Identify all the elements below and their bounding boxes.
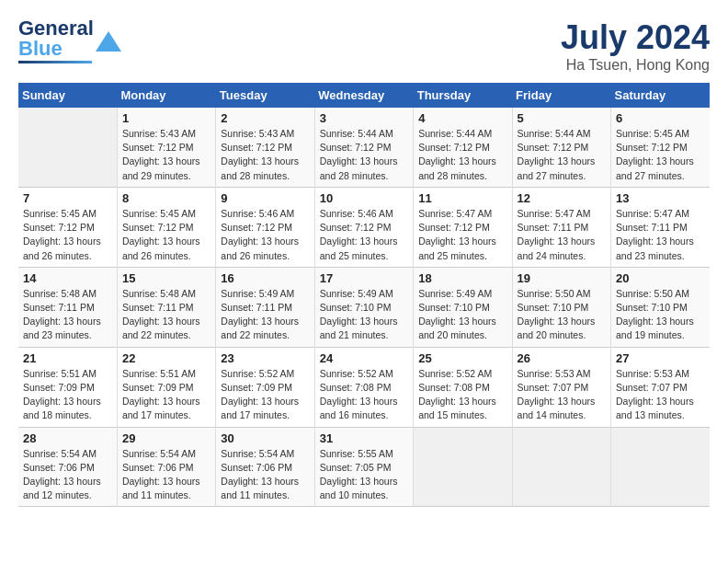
weekday-header-saturday: Saturday	[611, 83, 710, 108]
day-number: 1	[122, 111, 210, 125]
day-info: Sunrise: 5:52 AMSunset: 7:08 PMDaylight:…	[418, 367, 506, 423]
day-number: 10	[320, 191, 408, 205]
day-info: Sunrise: 5:54 AMSunset: 7:06 PMDaylight:…	[23, 447, 112, 503]
page-header: GeneralBlue July 2024 Ha Tsuen, Hong Kon…	[18, 18, 710, 74]
calendar-cell	[414, 427, 512, 507]
day-info: Sunrise: 5:46 AMSunset: 7:12 PMDaylight:…	[320, 207, 408, 263]
logo-icon	[96, 31, 121, 52]
weekday-header-friday: Friday	[512, 83, 610, 108]
week-row-1: 1Sunrise: 5:43 AMSunset: 7:12 PMDaylight…	[18, 108, 710, 187]
day-info: Sunrise: 5:49 AMSunset: 7:10 PMDaylight:…	[418, 287, 506, 343]
day-number: 18	[418, 271, 506, 285]
week-row-4: 21Sunrise: 5:51 AMSunset: 7:09 PMDayligh…	[18, 347, 710, 427]
day-number: 15	[122, 271, 210, 285]
title-block: July 2024 Ha Tsuen, Hong Kong	[561, 18, 710, 74]
svg-marker-0	[96, 31, 121, 52]
day-number: 7	[23, 191, 112, 205]
day-info: Sunrise: 5:43 AMSunset: 7:12 PMDaylight:…	[221, 127, 309, 183]
calendar-cell: 23Sunrise: 5:52 AMSunset: 7:09 PMDayligh…	[216, 347, 314, 427]
weekday-header-sunday: Sunday	[18, 83, 117, 108]
calendar-cell: 17Sunrise: 5:49 AMSunset: 7:10 PMDayligh…	[314, 267, 413, 347]
day-number: 14	[23, 271, 112, 285]
weekday-header-tuesday: Tuesday	[216, 83, 314, 108]
calendar-cell: 4Sunrise: 5:44 AMSunset: 7:12 PMDaylight…	[414, 108, 512, 187]
calendar-cell: 16Sunrise: 5:49 AMSunset: 7:11 PMDayligh…	[216, 267, 314, 347]
day-info: Sunrise: 5:45 AMSunset: 7:12 PMDaylight:…	[23, 207, 112, 263]
day-number: 13	[616, 191, 705, 205]
calendar-cell: 31Sunrise: 5:55 AMSunset: 7:05 PMDayligh…	[314, 427, 413, 507]
day-number: 2	[221, 111, 309, 125]
day-info: Sunrise: 5:49 AMSunset: 7:11 PMDaylight:…	[221, 287, 309, 343]
calendar-cell: 25Sunrise: 5:52 AMSunset: 7:08 PMDayligh…	[414, 347, 512, 427]
calendar-cell: 26Sunrise: 5:53 AMSunset: 7:07 PMDayligh…	[512, 347, 610, 427]
calendar-cell: 20Sunrise: 5:50 AMSunset: 7:10 PMDayligh…	[611, 267, 710, 347]
calendar-cell: 30Sunrise: 5:54 AMSunset: 7:06 PMDayligh…	[216, 427, 314, 507]
calendar-cell: 10Sunrise: 5:46 AMSunset: 7:12 PMDayligh…	[314, 187, 413, 267]
day-number: 30	[221, 431, 309, 445]
day-info: Sunrise: 5:43 AMSunset: 7:12 PMDaylight:…	[122, 127, 210, 183]
day-number: 23	[221, 351, 309, 365]
day-number: 28	[23, 431, 112, 445]
calendar-cell: 13Sunrise: 5:47 AMSunset: 7:11 PMDayligh…	[611, 187, 710, 267]
calendar-cell	[18, 108, 117, 187]
calendar-cell: 6Sunrise: 5:45 AMSunset: 7:12 PMDaylight…	[611, 108, 710, 187]
day-info: Sunrise: 5:44 AMSunset: 7:12 PMDaylight:…	[518, 127, 606, 183]
day-info: Sunrise: 5:53 AMSunset: 7:07 PMDaylight:…	[616, 367, 705, 423]
day-number: 6	[616, 111, 705, 125]
calendar-cell: 21Sunrise: 5:51 AMSunset: 7:09 PMDayligh…	[18, 347, 117, 427]
day-info: Sunrise: 5:45 AMSunset: 7:12 PMDaylight:…	[616, 127, 705, 183]
day-info: Sunrise: 5:50 AMSunset: 7:10 PMDaylight:…	[616, 287, 705, 343]
calendar-cell: 7Sunrise: 5:45 AMSunset: 7:12 PMDaylight…	[18, 187, 117, 267]
day-info: Sunrise: 5:47 AMSunset: 7:11 PMDaylight:…	[616, 207, 705, 263]
day-info: Sunrise: 5:50 AMSunset: 7:10 PMDaylight:…	[518, 287, 606, 343]
calendar-cell: 1Sunrise: 5:43 AMSunset: 7:12 PMDaylight…	[117, 108, 215, 187]
logo-underline	[18, 61, 92, 63]
day-number: 9	[221, 191, 309, 205]
day-number: 5	[518, 111, 606, 125]
day-info: Sunrise: 5:51 AMSunset: 7:09 PMDaylight:…	[23, 367, 112, 423]
calendar-cell: 11Sunrise: 5:47 AMSunset: 7:12 PMDayligh…	[414, 187, 512, 267]
day-info: Sunrise: 5:53 AMSunset: 7:07 PMDaylight:…	[518, 367, 606, 423]
calendar-cell: 5Sunrise: 5:44 AMSunset: 7:12 PMDaylight…	[512, 108, 610, 187]
day-info: Sunrise: 5:54 AMSunset: 7:06 PMDaylight:…	[122, 447, 210, 503]
calendar-cell: 8Sunrise: 5:45 AMSunset: 7:12 PMDaylight…	[117, 187, 215, 267]
calendar-cell	[611, 427, 710, 507]
location: Ha Tsuen, Hong Kong	[561, 57, 710, 74]
day-number: 27	[616, 351, 705, 365]
day-number: 26	[518, 351, 606, 365]
day-number: 29	[122, 431, 210, 445]
calendar-cell: 28Sunrise: 5:54 AMSunset: 7:06 PMDayligh…	[18, 427, 117, 507]
day-info: Sunrise: 5:48 AMSunset: 7:11 PMDaylight:…	[122, 287, 210, 343]
day-info: Sunrise: 5:54 AMSunset: 7:06 PMDaylight:…	[221, 447, 309, 503]
day-number: 12	[518, 191, 606, 205]
day-number: 22	[122, 351, 210, 365]
logo: GeneralBlue	[18, 18, 121, 63]
calendar-cell: 19Sunrise: 5:50 AMSunset: 7:10 PMDayligh…	[512, 267, 610, 347]
day-info: Sunrise: 5:44 AMSunset: 7:12 PMDaylight:…	[418, 127, 506, 183]
day-info: Sunrise: 5:48 AMSunset: 7:11 PMDaylight:…	[23, 287, 112, 343]
day-number: 8	[122, 191, 210, 205]
weekday-header-thursday: Thursday	[414, 83, 512, 108]
calendar-cell: 18Sunrise: 5:49 AMSunset: 7:10 PMDayligh…	[414, 267, 512, 347]
weekday-header-wednesday: Wednesday	[314, 83, 413, 108]
week-row-2: 7Sunrise: 5:45 AMSunset: 7:12 PMDaylight…	[18, 187, 710, 267]
day-info: Sunrise: 5:47 AMSunset: 7:11 PMDaylight:…	[518, 207, 606, 263]
day-number: 31	[320, 431, 408, 445]
calendar-cell: 3Sunrise: 5:44 AMSunset: 7:12 PMDaylight…	[314, 108, 413, 187]
calendar-table: SundayMondayTuesdayWednesdayThursdayFrid…	[18, 83, 710, 507]
day-number: 19	[518, 271, 606, 285]
day-info: Sunrise: 5:52 AMSunset: 7:09 PMDaylight:…	[221, 367, 309, 423]
calendar-cell: 29Sunrise: 5:54 AMSunset: 7:06 PMDayligh…	[117, 427, 215, 507]
calendar-cell: 2Sunrise: 5:43 AMSunset: 7:12 PMDaylight…	[216, 108, 314, 187]
calendar-cell: 15Sunrise: 5:48 AMSunset: 7:11 PMDayligh…	[117, 267, 215, 347]
day-number: 20	[616, 271, 705, 285]
calendar-cell: 9Sunrise: 5:46 AMSunset: 7:12 PMDaylight…	[216, 187, 314, 267]
calendar-cell	[512, 427, 610, 507]
calendar-cell: 24Sunrise: 5:52 AMSunset: 7:08 PMDayligh…	[314, 347, 413, 427]
week-row-3: 14Sunrise: 5:48 AMSunset: 7:11 PMDayligh…	[18, 267, 710, 347]
day-info: Sunrise: 5:51 AMSunset: 7:09 PMDaylight:…	[122, 367, 210, 423]
day-info: Sunrise: 5:46 AMSunset: 7:12 PMDaylight:…	[221, 207, 309, 263]
day-info: Sunrise: 5:45 AMSunset: 7:12 PMDaylight:…	[122, 207, 210, 263]
day-info: Sunrise: 5:55 AMSunset: 7:05 PMDaylight:…	[320, 447, 408, 503]
day-info: Sunrise: 5:47 AMSunset: 7:12 PMDaylight:…	[418, 207, 506, 263]
